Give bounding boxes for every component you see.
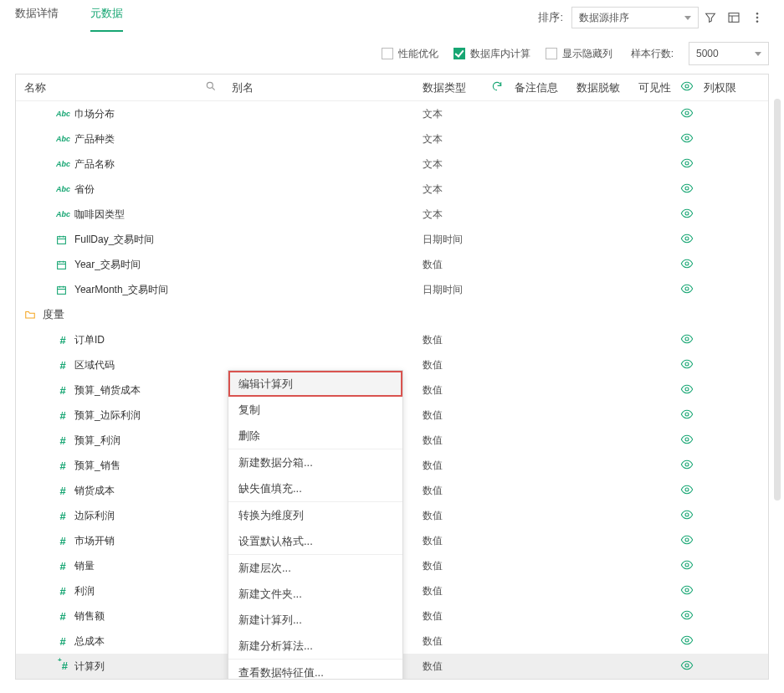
svg-point-2 <box>756 17 758 18</box>
row-name: 利润 <box>74 584 95 598</box>
eye-icon[interactable] <box>680 236 694 248</box>
eye-icon[interactable] <box>680 462 694 474</box>
sort-label: 排序: <box>538 10 563 25</box>
context-menu: 编辑计算列复制删除新建数据分箱...缺失值填充...转换为维度列设置默认格式..… <box>228 370 403 679</box>
row-name: 产品种类 <box>74 132 115 146</box>
menu-item[interactable]: 转换为维度列 <box>228 502 402 528</box>
table-row[interactable]: Abc咖啡因类型文本 <box>16 202 768 227</box>
table-row[interactable]: 度量 <box>16 302 768 327</box>
eye-icon[interactable] <box>680 663 694 675</box>
eye-icon[interactable] <box>680 638 694 649</box>
row-dtype: 文本 <box>423 182 491 197</box>
layout-icon[interactable] <box>722 6 746 29</box>
scrollbar[interactable] <box>771 42 781 685</box>
menu-item[interactable]: 编辑计算列 <box>228 371 402 397</box>
svg-rect-15 <box>58 286 66 294</box>
table-row[interactable]: Year_交易时间数值 <box>16 252 768 277</box>
menu-item[interactable]: 缺失值填充... <box>228 475 402 501</box>
row-dtype: 数值 <box>423 383 491 398</box>
svg-point-17 <box>685 337 689 341</box>
eye-icon[interactable] <box>680 261 694 273</box>
number-type-icon: # <box>56 535 69 547</box>
row-dtype: 数值 <box>423 258 491 272</box>
filter-icon[interactable] <box>699 6 722 29</box>
menu-item[interactable]: 新建层次... <box>228 555 402 581</box>
row-name: 预算_边际利润 <box>74 408 141 423</box>
search-icon[interactable] <box>205 80 217 95</box>
row-dtype: 数值 <box>423 459 491 473</box>
menu-item[interactable]: 复制 <box>228 397 402 423</box>
svg-point-3 <box>756 21 758 23</box>
menu-item[interactable]: 新建分析算法... <box>228 633 402 659</box>
chevron-down-icon <box>755 52 761 56</box>
table-row[interactable]: YearMonth_交易时间日期时间 <box>16 277 768 302</box>
table-row[interactable]: #订单ID数值 <box>16 327 768 352</box>
number-type-icon: # <box>56 510 69 522</box>
svg-point-14 <box>685 262 689 265</box>
menu-item[interactable]: 新建文件夹... <box>228 581 402 607</box>
menu-item[interactable]: 设置默认格式... <box>228 528 402 554</box>
tab-data-detail[interactable]: 数据详情 <box>15 6 59 29</box>
eye-icon[interactable] <box>680 161 694 172</box>
eye-icon[interactable] <box>680 286 694 298</box>
sort-select[interactable]: 数据源排序 <box>571 7 699 28</box>
row-name: 市场开销 <box>74 534 115 548</box>
calc-type-icon: +# <box>56 660 69 672</box>
table-row[interactable]: Abc产品名称文本 <box>16 151 768 177</box>
eye-icon[interactable] <box>680 537 694 549</box>
eye-icon[interactable] <box>680 487 694 499</box>
row-name: 总成本 <box>74 634 105 649</box>
more-icon[interactable] <box>746 6 769 29</box>
th-name: 名称 <box>24 80 46 95</box>
showhidden-checkbox[interactable]: 显示隐藏列 <box>546 47 612 61</box>
menu-item[interactable]: 新建数据分箱... <box>228 449 402 475</box>
eye-icon[interactable] <box>680 362 694 373</box>
eye-icon[interactable] <box>680 211 694 223</box>
th-remark: 备注信息 <box>515 81 558 94</box>
tab-metadata[interactable]: 元数据 <box>90 6 123 29</box>
eye-icon[interactable] <box>680 336 694 348</box>
table-row[interactable]: Abc省份文本 <box>16 177 768 202</box>
eye-icon[interactable] <box>680 110 694 122</box>
menu-item[interactable]: 查看数据特征值... <box>228 660 402 679</box>
number-type-icon: # <box>56 384 69 397</box>
svg-point-10 <box>685 212 689 215</box>
svg-point-12 <box>685 237 689 240</box>
svg-point-22 <box>685 463 689 466</box>
date-type-icon <box>56 259 69 270</box>
row-dtype: 数值 <box>423 333 491 347</box>
svg-point-7 <box>685 136 689 140</box>
row-name: 预算_销货成本 <box>74 383 141 398</box>
menu-item[interactable]: 新建计算列... <box>228 607 402 633</box>
row-name: 预算_销售 <box>74 459 120 473</box>
eye-icon[interactable] <box>680 613 694 624</box>
eye-icon[interactable] <box>680 437 694 449</box>
eye-header-icon[interactable] <box>680 80 694 95</box>
row-name: 边际利润 <box>74 509 115 523</box>
table-row[interactable]: Abc产品种类文本 <box>16 126 768 151</box>
eye-icon[interactable] <box>680 412 694 424</box>
refresh-icon[interactable] <box>491 80 503 95</box>
chevron-down-icon <box>684 16 691 20</box>
row-dtype: 文本 <box>423 132 491 146</box>
svg-rect-11 <box>58 236 66 244</box>
perf-opt-checkbox[interactable]: 性能优化 <box>382 47 438 61</box>
dbcalc-checkbox[interactable]: 数据库内计算 <box>453 47 530 61</box>
row-dtype: 数值 <box>423 660 491 674</box>
row-name: 度量 <box>43 307 64 322</box>
eye-icon[interactable] <box>680 562 694 574</box>
sample-rows-label: 样本行数: <box>631 47 674 61</box>
text-type-icon: Abc <box>56 110 69 118</box>
table-row[interactable]: FullDay_交易时间日期时间 <box>16 227 768 252</box>
number-type-icon: # <box>56 434 69 447</box>
text-type-icon: Abc <box>56 135 69 143</box>
eye-icon[interactable] <box>680 186 694 198</box>
eye-icon[interactable] <box>680 588 694 599</box>
sample-rows-input[interactable]: 5000 <box>689 42 769 65</box>
svg-point-29 <box>685 639 689 642</box>
eye-icon[interactable] <box>680 512 694 524</box>
eye-icon[interactable] <box>680 387 694 398</box>
table-row[interactable]: Abc巾场分布文本 <box>16 101 768 126</box>
menu-item[interactable]: 删除 <box>228 423 402 449</box>
eye-icon[interactable] <box>680 136 694 147</box>
